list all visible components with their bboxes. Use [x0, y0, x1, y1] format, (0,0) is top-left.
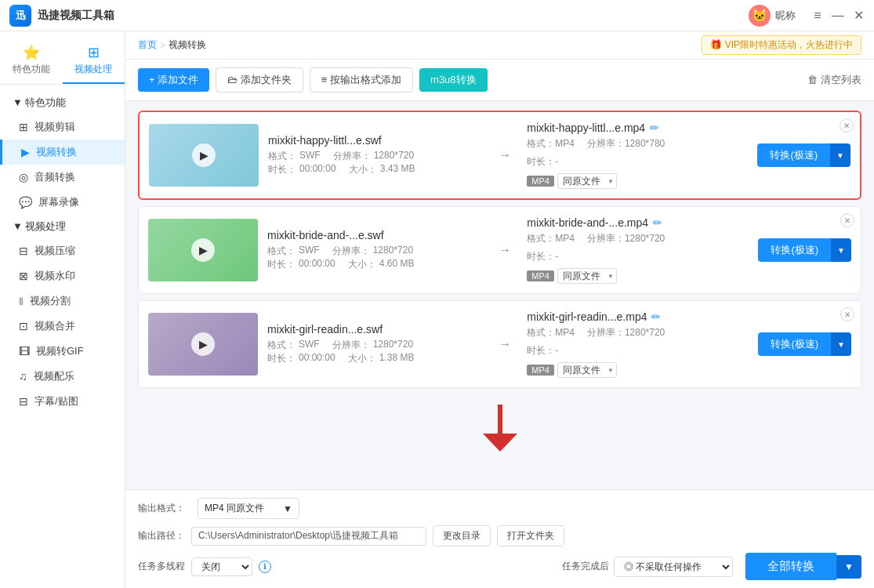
play-button-3[interactable]: ▶ — [191, 332, 215, 356]
breadcrumb-home[interactable]: 首页 — [138, 38, 157, 52]
format-select-wrapper-2[interactable]: 同原文件 自定义 — [557, 268, 617, 284]
convert-all-button[interactable]: 全部转换 — [745, 553, 836, 580]
file-close-1[interactable]: ✕ — [840, 118, 854, 132]
convert-icon: ▶ — [21, 146, 30, 158]
convert-arrow-button-1[interactable]: ▼ — [830, 143, 850, 167]
change-dir-button[interactable]: 更改目录 — [433, 525, 491, 546]
file-close-2[interactable]: ✕ — [840, 213, 854, 227]
sidebar-item-video-split[interactable]: ⦀ 视频分割 — [0, 289, 125, 314]
sidebar-item-video-merge[interactable]: ⊡ 视频合并 — [0, 314, 125, 339]
input-size-label-1: 大小：3.43 MB — [349, 163, 415, 176]
output-filename-1: mixkit-happy-littl...e.mp4 ✏ — [527, 122, 742, 134]
edit-icon-2[interactable]: ✏ — [653, 216, 662, 229]
after-convert-select[interactable]: ◎ 不采取任何操作 — [614, 557, 733, 577]
input-resolution-label-1: 分辨率：1280*720 — [333, 150, 414, 163]
convert-main-button-1[interactable]: 转换(极速) — [757, 143, 830, 167]
task-select-wrapper: 关闭 — [191, 557, 252, 576]
convert-arrow-button-3[interactable]: ▼ — [831, 332, 851, 356]
convert-all-dropdown-button[interactable]: ▼ — [836, 555, 861, 579]
tab-features[interactable]: ⭐ 特色功能 — [0, 38, 63, 84]
file-info-2: mixkit-bride-and-...e.swf 格式：SWF 分辨率：128… — [267, 229, 483, 271]
format-badge-2: MP4 — [527, 270, 554, 281]
output-format-select[interactable]: MP4 同原文件 ▼ — [198, 498, 299, 519]
output-path-input[interactable] — [191, 527, 426, 546]
output-path-label: 输出路径： — [138, 529, 185, 543]
breadcrumb-current: 视频转换 — [169, 38, 206, 52]
after-convert-label: 任务完成后 — [562, 560, 609, 573]
play-button-1[interactable]: ▶ — [192, 143, 216, 167]
sidebar-item-video-compress[interactable]: ⊟ 视频压缩 — [0, 238, 125, 263]
sidebar-item-video-watermark[interactable]: ⊠ 视频水印 — [0, 263, 125, 289]
file-item-1: ▶ mixkit-happy-littl...e.swf 格式：SWF 分辨率：… — [138, 111, 861, 200]
convert-btn-2: 转换(极速) ▼ — [758, 238, 851, 262]
file-close-3[interactable]: ✕ — [840, 307, 854, 321]
format-dropdown-1[interactable]: 同原文件 自定义 — [557, 173, 617, 189]
merge-icon: ⊡ — [19, 320, 28, 332]
add-file-button[interactable]: + 添加文件 — [138, 68, 209, 92]
convert-btn-1: 转换(极速) ▼ — [757, 143, 850, 167]
window-controls: ≡ — ✕ — [811, 9, 865, 22]
add-folder-button[interactable]: 🗁 添加文件夹 — [216, 67, 303, 93]
tab-video-processing[interactable]: ⊞ 视频处理 — [63, 38, 125, 84]
file-item-2: ▶ mixkit-bride-and-...e.swf 格式：SWF 分辨率：1… — [138, 206, 861, 294]
play-button-2[interactable]: ▶ — [191, 238, 215, 262]
close-button[interactable]: ✕ — [852, 9, 865, 22]
gif-icon: 🎞 — [19, 345, 30, 358]
convert-arrow-button-2[interactable]: ▼ — [831, 238, 851, 262]
output-meta-3b: 时长：- — [527, 344, 742, 358]
app-logo: 迅 — [9, 5, 31, 27]
breadcrumb: 首页 > 视频转换 — [138, 38, 702, 52]
sidebar-item-screen-record[interactable]: 💬 屏幕录像 — [0, 190, 125, 215]
output-format-label: 输出格式： — [138, 502, 185, 515]
input-format-label-1: 格式：SWF — [268, 150, 321, 163]
open-folder-button[interactable]: 打开文件夹 — [497, 525, 564, 546]
music-icon: ♫ — [19, 370, 27, 383]
convert-btn-3: 转换(极速) ▼ — [758, 332, 851, 356]
menu-button[interactable]: ≡ — [811, 9, 824, 22]
bottom-actions-row: 任务多线程 关闭 ℹ 任务完成后 ◎ 不采取任何操作 — [138, 553, 861, 580]
app-name: 迅捷视频工具箱 — [38, 9, 749, 23]
file-meta-3: 格式：SWF 分辨率：1280*720 — [267, 339, 483, 352]
format-badge-3: MP4 — [527, 365, 554, 376]
file-output-3: mixkit-girl-readin...e.mp4 ✏ 格式：MP4 分辨率：… — [527, 310, 742, 378]
task-select[interactable]: 关闭 — [191, 557, 252, 576]
section-features[interactable]: ▼ 特色功能 — [0, 91, 125, 114]
actionbar: + 添加文件 🗁 添加文件夹 ≡ 按输出格式添加 m3u8转换 🗑 清空列表 — [125, 60, 874, 101]
vip-banner[interactable]: 🎁 VIP限时特惠活动，火热进行中 — [702, 35, 861, 55]
format-select-wrapper-1[interactable]: 同原文件 自定义 — [557, 173, 617, 189]
main-layout: ⭐ 特色功能 ⊞ 视频处理 ▼ 特色功能 ⊞ 视频剪辑 ▶ 视频转换 ◎ 音频转… — [0, 31, 874, 588]
avatar: 🐱 — [749, 5, 771, 27]
convert-main-button-3[interactable]: 转换(极速) — [758, 332, 831, 356]
m3u8-convert-button[interactable]: m3u8转换 — [419, 68, 488, 92]
arrow-3: → — [492, 337, 517, 351]
convert-main-button-2[interactable]: 转换(极速) — [758, 238, 831, 262]
minimize-button[interactable]: — — [832, 9, 844, 22]
format-badge-1: MP4 — [527, 176, 554, 187]
sidebar-item-video-convert[interactable]: ▶ 视频转换 — [0, 140, 125, 165]
clear-list-button[interactable]: 🗑 清空列表 — [807, 73, 861, 87]
file-info-3: mixkit-girl-readin...e.swf 格式：SWF 分辨率：12… — [267, 323, 483, 365]
svg-marker-1 — [483, 434, 517, 452]
format-dropdown-2[interactable]: 同原文件 自定义 — [557, 268, 617, 284]
task-info-button[interactable]: ℹ — [259, 561, 271, 573]
edit-icon-1[interactable]: ✏ — [650, 122, 659, 134]
sidebar-item-video-music[interactable]: ♫ 视频配乐 — [0, 364, 125, 389]
sidebar-item-video-crop[interactable]: ⊞ 视频剪辑 — [0, 114, 125, 140]
format-select-3: MP4 同原文件 自定义 — [527, 362, 742, 378]
dropdown-arrow: ▼ — [283, 503, 292, 514]
file-meta-1b: 时长：00:00:00 大小：3.43 MB — [268, 163, 483, 176]
arrow-1: → — [492, 148, 517, 162]
sidebar-item-audio-convert[interactable]: ◎ 音频转换 — [0, 165, 125, 190]
section-video-processing[interactable]: ▼ 视频处理 — [0, 215, 125, 238]
sidebar-item-video-gif[interactable]: 🎞 视频转GIF — [0, 339, 125, 364]
down-arrow-indicator — [477, 401, 524, 456]
file-meta-3b: 时长：00:00:00 大小：1.38 MB — [267, 352, 483, 365]
add-by-format-button[interactable]: ≡ 按输出格式添加 — [310, 67, 413, 93]
sidebar-item-subtitle[interactable]: ⊟ 字幕/贴图 — [0, 389, 125, 414]
format-dropdown-3[interactable]: 同原文件 自定义 — [557, 362, 617, 378]
topbar: 首页 > 视频转换 🎁 VIP限时特惠活动，火热进行中 — [125, 31, 874, 60]
edit-icon-3[interactable]: ✏ — [651, 310, 661, 323]
screen-icon: 💬 — [19, 196, 32, 209]
format-select-wrapper-3[interactable]: 同原文件 自定义 — [557, 362, 617, 378]
output-format-row: 输出格式： MP4 同原文件 ▼ — [138, 498, 861, 519]
